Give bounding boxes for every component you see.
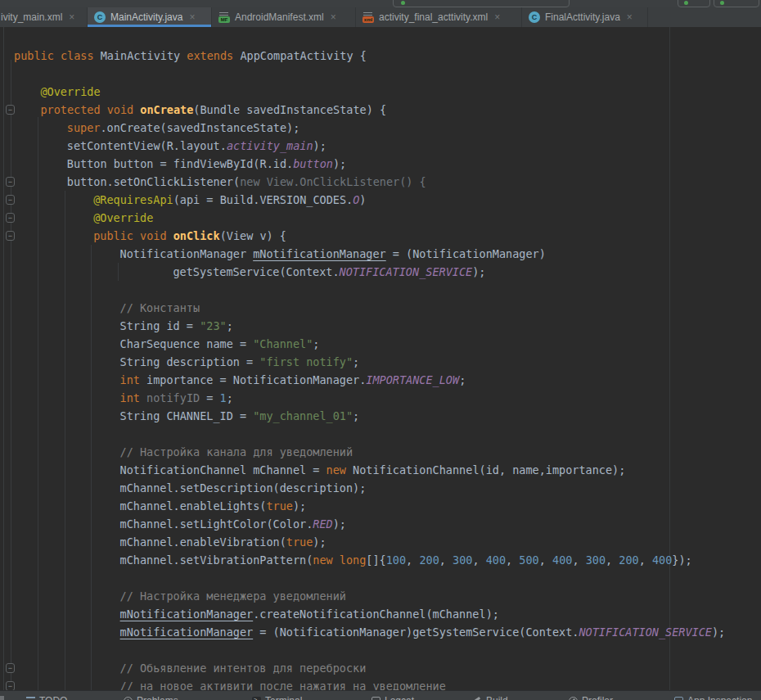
run-config-combo[interactable] — [393, 0, 570, 7]
tab-close-icon[interactable]: × — [627, 12, 633, 22]
tool-window-button-app-inspection[interactable]: App Inspection — [674, 695, 752, 700]
code-line[interactable]: int importance = NotificationManager.IMP… — [120, 371, 466, 389]
code-token: ); — [333, 517, 346, 531]
code-token: }); — [672, 553, 691, 567]
code-token: mChannel.enableVibration( — [120, 535, 286, 549]
tool-window-button-terminal[interactable]: Terminal — [252, 695, 302, 700]
code-line[interactable]: CharSequence name = "Channel"; — [120, 335, 320, 353]
code-token: "my_channel_01" — [253, 409, 353, 422]
code-line[interactable]: String description = "first notify"; — [120, 353, 360, 371]
fold-end-marker[interactable]: − — [6, 213, 15, 223]
code-line[interactable]: mChannel.enableLights(true); — [120, 497, 307, 515]
tab-mainactivity-java[interactable]: CMainActivity.java× — [88, 7, 212, 27]
tab-close-icon[interactable]: × — [69, 12, 74, 22]
code-line[interactable]: mChannel.setVibrationPattern(new long[]{… — [120, 551, 692, 569]
code-token: int — [120, 373, 147, 386]
tab-label: FinalActtivity.java — [545, 11, 620, 23]
code-token: // Обьявление интентов для переброски — [120, 662, 367, 675]
code-line[interactable]: // на новое активити после нажатия на ув… — [120, 677, 446, 690]
code-token: 400 — [652, 553, 672, 567]
code-line[interactable]: int notifyID = 1; — [120, 389, 233, 407]
code-line[interactable]: mNotificationManager = (NotificationMana… — [120, 623, 726, 641]
tool-window-label: Problems — [137, 695, 178, 700]
code-token: mChannel.setDescription(description); — [120, 481, 367, 495]
code-line[interactable]: mChannel.enableVibration(true); — [120, 533, 326, 551]
code-token: .createNotificationChannel(mChannel); — [253, 607, 499, 621]
tool-window-button-build[interactable]: Build — [473, 695, 508, 700]
code-line[interactable]: mNotificationManager.createNotificationC… — [120, 605, 499, 623]
code-line[interactable]: // Настройка менеджера уведомлений — [120, 587, 346, 605]
code-line[interactable]: getSystemService(Context.NOTIFICATION_SE… — [173, 263, 485, 281]
code-token: 1 — [220, 391, 227, 404]
code-token: MainActivity — [101, 49, 187, 62]
code-line[interactable]: super.onCreate(savedInstanceState); — [67, 119, 299, 137]
tool-window-button-logcat[interactable]: Logcat — [371, 695, 414, 700]
toolbar-button-1[interactable] — [678, 0, 710, 7]
code-line[interactable]: // Константы — [120, 299, 200, 317]
code-token: String id = — [120, 319, 200, 332]
code-line[interactable]: setContentView(R.layout.activity_main); — [67, 137, 326, 155]
code-token: onClick — [173, 229, 220, 242]
tool-window-button-problems[interactable]: Problems — [124, 695, 178, 700]
code-line[interactable]: NotificationChannel mChannel = new Notif… — [120, 461, 626, 479]
code-line[interactable]: mChannel.setDescription(description); — [120, 479, 367, 497]
tab-close-icon[interactable]: × — [494, 12, 500, 22]
fold-end-marker[interactable]: − — [6, 681, 15, 690]
tab-label: ivity_main.xml — [1, 11, 62, 23]
tab-label: activity_final_acttivity.xml — [379, 11, 488, 23]
code-token: 300 — [586, 553, 606, 567]
bottom-tool-window-bar: TODOProblemsTerminalLogcatBuildProfilerA… — [0, 690, 761, 700]
code-line[interactable]: // Обьявление интентов для переброски — [120, 659, 367, 677]
code-line[interactable]: @RequiresApi(api = Build.VERSION_CODES.O… — [93, 191, 366, 209]
code-editor[interactable]: public class MainActivity extends AppCom… — [0, 27, 761, 690]
code-token: String description = — [120, 355, 260, 368]
code-token: , — [439, 553, 453, 567]
fold-marker[interactable]: − — [6, 231, 15, 241]
code-token: new View.OnClickListener() { — [240, 175, 426, 188]
right-margin-guide — [669, 27, 670, 690]
code-line[interactable]: // Настройка канала для уведомлений — [120, 443, 353, 461]
code-token: mChannel.setVibrationPattern( — [120, 553, 313, 567]
code-token: = (NotificationManager)getSystemService(… — [253, 625, 579, 639]
java-class-icon: C — [94, 11, 106, 23]
code-line[interactable]: public void onClick(View v) { — [93, 227, 286, 245]
tab-finalacttivity-java[interactable]: CFinalActtivity.java× — [522, 7, 648, 27]
code-token: ); — [472, 265, 485, 278]
code-line[interactable]: @Override — [93, 209, 153, 227]
window-icon — [0, 696, 4, 700]
code-token: super — [67, 121, 101, 134]
code-line[interactable]: mChannel.setLightColor(Color.RED); — [120, 515, 346, 533]
fold-marker[interactable]: − — [6, 105, 15, 115]
code-token: RED — [313, 517, 332, 531]
code-token: @RequiresApi — [93, 193, 173, 206]
code-token: mNotificationManager — [120, 625, 254, 639]
fold-marker[interactable]: − — [6, 195, 15, 205]
tab-ivity-main-xml[interactable]: ivity_main.xml× — [0, 7, 88, 27]
code-line[interactable]: public class MainActivity extends AppCom… — [14, 47, 367, 65]
tab-close-icon[interactable]: × — [189, 12, 195, 22]
code-line[interactable]: button.setOnClickListener(new View.OnCli… — [67, 173, 426, 191]
code-line[interactable]: Button button = findViewById(R.id.button… — [67, 155, 346, 173]
code-token: mNotificationManager — [120, 607, 254, 621]
code-line[interactable]: String CHANNEL_ID = "my_channel_01"; — [120, 407, 360, 425]
tab-label: AndroidManifest.xml — [235, 11, 324, 23]
build-icon — [473, 697, 482, 700]
code-token: // Константы — [120, 301, 200, 314]
tab-close-icon[interactable]: × — [331, 12, 336, 22]
code-token: public void — [93, 229, 173, 242]
code-line[interactable]: @Override — [40, 83, 100, 101]
terminal-icon — [252, 697, 261, 700]
code-token: ); — [313, 535, 326, 549]
code-line[interactable]: protected void onCreate(Bundle savedInst… — [40, 101, 386, 119]
code-token: AppCompatActivity { — [240, 49, 366, 62]
code-line[interactable]: String id = "23"; — [120, 317, 233, 335]
code-token: ); — [293, 499, 306, 513]
tab-androidmanifest-xml[interactable]: MFAndroidManifest.xml× — [212, 7, 356, 27]
code-token: ; — [313, 337, 319, 350]
fold-marker[interactable]: − — [6, 177, 15, 187]
code-line[interactable]: NotificationManager mNotificationManager… — [120, 245, 546, 263]
tool-window-button-todo[interactable]: TODO — [26, 695, 67, 700]
tab-activity-final-acttivity-xml[interactable]: xmlactivity_final_acttivity.xml× — [356, 7, 522, 27]
fold-marker[interactable]: − — [6, 663, 15, 673]
tool-window-button-profiler[interactable]: Profiler — [569, 695, 613, 700]
